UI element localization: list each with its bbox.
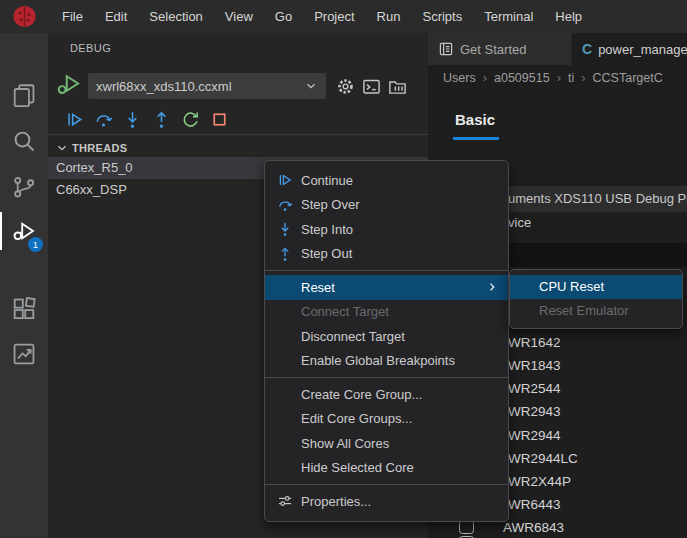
panel-title: DEBUG: [70, 42, 111, 54]
book-icon: [438, 41, 454, 57]
chevron-right-icon: ›: [557, 70, 561, 85]
sliders-icon: [277, 493, 294, 509]
section-divider: [48, 134, 428, 135]
menu-help[interactable]: Help: [544, 0, 593, 33]
activity-bar: 1: [0, 33, 48, 538]
stop-icon[interactable]: [209, 109, 230, 130]
reset-submenu: CPU Reset Reset Emulator: [509, 269, 683, 329]
extensions-icon[interactable]: [0, 291, 48, 327]
step-out-icon[interactable]: [151, 109, 172, 130]
run-debug-icon[interactable]: 1: [0, 213, 48, 249]
active-tab-underline: [453, 137, 499, 140]
submenu-arrow-icon: [486, 281, 498, 293]
folder-library-icon[interactable]: [388, 77, 407, 96]
menu-separator: [265, 270, 508, 271]
breadcrumb: Users› a0509515› ti› CCSTargetC: [428, 65, 687, 90]
step-into-icon[interactable]: [122, 109, 143, 130]
chart-icon[interactable]: [0, 336, 48, 372]
menu-item-edit-core-groups[interactable]: Edit Core Groups...: [265, 407, 508, 432]
app-logo-icon: [12, 5, 37, 28]
menu-item-properties[interactable]: Properties...: [265, 489, 508, 514]
chevron-right-icon: ›: [581, 70, 585, 85]
tab-label: Get Started: [460, 42, 526, 57]
device-row-partial[interactable]: [428, 533, 687, 538]
breadcrumb-item[interactable]: a0509515: [494, 71, 550, 85]
menu-go[interactable]: Go: [264, 0, 303, 33]
debug-start-icon[interactable]: [56, 71, 84, 99]
menu-item-connect-target[interactable]: Connect Target: [265, 300, 508, 325]
search-icon[interactable]: [0, 123, 48, 159]
continue-icon: [277, 172, 294, 188]
menu-run[interactable]: Run: [366, 0, 412, 33]
step-over-icon: [277, 197, 294, 213]
submenu-item-cpu-reset[interactable]: CPU Reset: [510, 275, 682, 299]
menu-item-create-core-group[interactable]: Create Core Group...: [265, 382, 508, 407]
editor-tab-bar: Get Started C power_manageme: [428, 33, 687, 65]
continue-icon[interactable]: [64, 109, 85, 130]
tab-basic[interactable]: Basic: [455, 111, 495, 128]
menu-selection[interactable]: Selection: [138, 0, 213, 33]
menu-item-enable-global-breakpoints[interactable]: Enable Global Breakpoints: [265, 349, 508, 374]
debug-count-badge: 1: [28, 237, 43, 252]
step-out-icon: [277, 246, 294, 262]
connection-row-label: uments XDS110 USB Debug Pr: [508, 186, 687, 212]
debug-config-value: xwrl68xx_xds110.ccxml: [96, 79, 304, 94]
device-label: vice: [508, 215, 531, 230]
menu-item-step-over[interactable]: Step Over: [265, 193, 508, 218]
menu-item-hide-selected-core[interactable]: Hide Selected Core: [265, 456, 508, 481]
menu-terminal[interactable]: Terminal: [473, 0, 544, 33]
menu-item-step-into[interactable]: Step Into: [265, 217, 508, 242]
explorer-icon[interactable]: [0, 77, 48, 113]
gear-icon[interactable]: [336, 77, 355, 96]
title-bar: File Edit Selection View Go Project Run …: [0, 0, 687, 33]
tab-label: power_manageme: [598, 42, 687, 57]
menu-item-step-out[interactable]: Step Out: [265, 242, 508, 267]
menu-item-show-all-cores[interactable]: Show All Cores: [265, 431, 508, 456]
restart-icon[interactable]: [180, 109, 201, 130]
menu-separator: [265, 377, 508, 378]
tab-get-started[interactable]: Get Started: [428, 33, 572, 65]
chevron-right-icon: ›: [483, 70, 487, 85]
debug-context-menu: Continue Step Over Step Into Step Out Re…: [264, 160, 509, 522]
menu-item-reset[interactable]: Reset: [265, 275, 508, 300]
source-control-icon[interactable]: [0, 169, 48, 205]
ccs-theia-window: File Edit Selection View Go Project Run …: [0, 0, 687, 538]
menu-file[interactable]: File: [51, 0, 94, 33]
menu-edit[interactable]: Edit: [94, 0, 138, 33]
debug-console-icon[interactable]: [362, 77, 381, 96]
chevron-down-icon: [55, 141, 69, 155]
tab-power-management[interactable]: C power_manageme: [572, 33, 687, 65]
threads-label: THREADS: [72, 142, 127, 154]
menu-separator: [265, 484, 508, 485]
debug-toolbar: [64, 109, 230, 130]
menu-scripts[interactable]: Scripts: [411, 0, 473, 33]
submenu-item-reset-emulator[interactable]: Reset Emulator: [510, 299, 682, 323]
menu-view[interactable]: View: [214, 0, 264, 33]
menu-item-disconnect-target[interactable]: Disconnect Target: [265, 324, 508, 349]
breadcrumb-item[interactable]: Users: [443, 71, 476, 85]
step-over-icon[interactable]: [93, 109, 114, 130]
chevron-down-icon: [304, 79, 318, 93]
step-into-icon: [277, 221, 294, 237]
c-file-icon: C: [582, 41, 592, 57]
menu-project[interactable]: Project: [303, 0, 365, 33]
breadcrumb-item[interactable]: ti: [568, 71, 574, 85]
debug-config-select[interactable]: xwrl68xx_xds110.ccxml: [88, 73, 326, 99]
threads-section-header[interactable]: THREADS: [55, 138, 127, 158]
menu-item-continue[interactable]: Continue: [265, 168, 508, 193]
breadcrumb-item[interactable]: CCSTargetC: [593, 71, 663, 85]
